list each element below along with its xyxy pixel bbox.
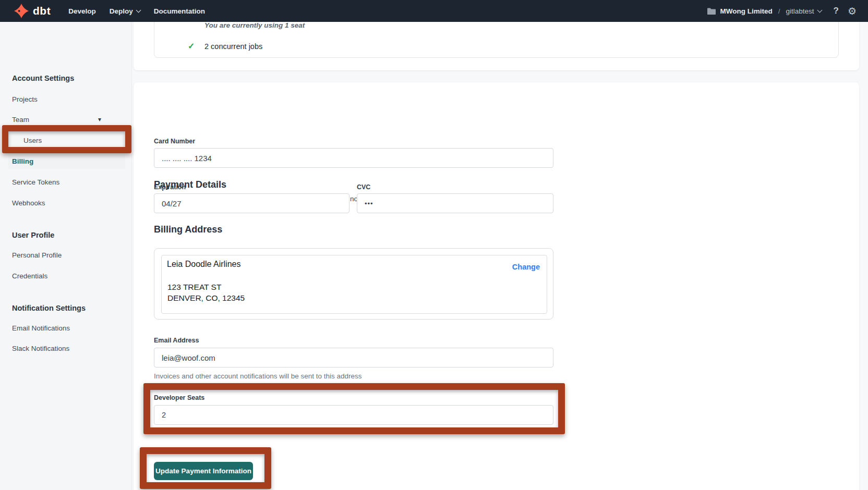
sidebar-item-personal-profile[interactable]: Personal Profile	[12, 251, 62, 259]
sidebar-heading-account-settings: Account Settings	[12, 74, 74, 82]
developer-seats-label: Developer Seats	[154, 394, 204, 401]
developer-seats-input[interactable]	[154, 405, 553, 425]
sidebar-item-webhooks[interactable]: Webhooks	[12, 199, 45, 207]
update-payment-button[interactable]: Update Payment Information	[154, 462, 253, 480]
email-address-label: Email Address	[154, 337, 199, 344]
project-switcher[interactable]: gitlabtest	[786, 7, 822, 15]
dbt-logo-icon	[14, 3, 29, 19]
nav-deploy[interactable]: Deploy	[110, 7, 140, 15]
card-number-input[interactable]	[154, 148, 553, 168]
concurrent-jobs-row: ✓ 2 concurrent jobs	[188, 41, 262, 51]
sidebar-heading-notification-settings: Notification Settings	[12, 304, 86, 312]
nav-documentation[interactable]: Documentation	[154, 7, 205, 15]
chevron-down-icon[interactable]: ▾	[98, 116, 101, 123]
sidebar-heading-user-profile: User Profile	[12, 231, 54, 239]
primary-nav: Develop Deploy Documentation	[68, 7, 205, 15]
billing-address-title: Billing Address	[154, 224, 222, 235]
change-address-link[interactable]: Change	[512, 263, 540, 271]
app-window: You are currently using 1 seat ✓ 2 concu…	[0, 0, 868, 490]
nav-develop[interactable]: Develop	[68, 7, 96, 15]
email-address-input[interactable]	[154, 348, 553, 368]
sidebar-item-users[interactable]: Users	[23, 137, 42, 144]
cvc-input[interactable]	[357, 193, 553, 213]
billing-address-panel: Leia Doodle Airlines Change 123 TREAT ST…	[161, 255, 547, 314]
seat-usage-note: You are currently using 1 seat	[204, 21, 305, 29]
chevron-down-icon	[136, 8, 141, 13]
account-separator: /	[778, 7, 780, 15]
help-icon[interactable]: ?	[834, 6, 839, 16]
concurrent-jobs-label: 2 concurrent jobs	[204, 42, 262, 51]
folder-icon	[707, 8, 716, 15]
email-helper-text: Invoices and other account notifications…	[154, 372, 361, 380]
billing-address-line1: 123 TREAT ST	[167, 283, 221, 292]
card-number-label: Card Number	[154, 138, 195, 145]
check-icon: ✓	[188, 41, 204, 51]
top-navbar: dbt Develop Deploy Documentation MWong L…	[0, 0, 868, 22]
payment-card: Payment Details Enter your payment detai…	[134, 82, 859, 490]
sidebar-item-service-tokens[interactable]: Service Tokens	[12, 178, 59, 186]
account-switcher-name[interactable]: MWong Limited	[720, 7, 773, 15]
sidebar-item-credentials[interactable]: Credentials	[12, 272, 47, 280]
dbt-logo[interactable]: dbt	[14, 3, 51, 19]
expiration-input[interactable]	[154, 193, 349, 213]
billing-address-box: Leia Doodle Airlines Change 123 TREAT ST…	[154, 248, 553, 320]
settings-sidebar: Account Settings Projects Team ▾ Users B…	[0, 22, 132, 490]
gear-icon[interactable]: ⚙	[848, 6, 857, 16]
chevron-down-icon	[817, 8, 822, 13]
billing-address-line2: DENVER, CO, 12345	[167, 293, 245, 303]
sidebar-item-projects[interactable]: Projects	[12, 95, 38, 103]
billing-address-name: Leia Doodle Airlines	[167, 260, 240, 269]
sidebar-item-team[interactable]: Team	[12, 116, 29, 124]
sidebar-item-email-notifications[interactable]: Email Notifications	[12, 324, 70, 332]
sidebar-item-billing[interactable]: Billing	[12, 157, 33, 165]
sidebar-item-slack-notifications[interactable]: Slack Notifications	[12, 345, 69, 352]
dbt-logo-text: dbt	[33, 5, 51, 17]
cvc-label: CVC	[357, 183, 370, 191]
expiration-label: Expiration	[154, 183, 186, 191]
navbar-right: MWong Limited / gitlabtest ? ⚙	[707, 6, 857, 16]
